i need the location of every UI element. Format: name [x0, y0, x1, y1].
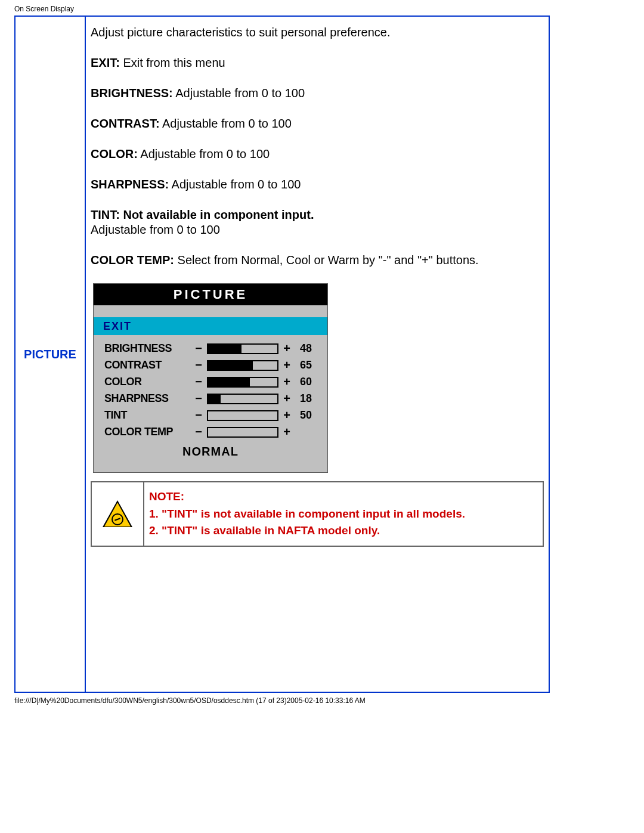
osd-row-colortemp[interactable]: COLOR TEMP − + — [104, 425, 317, 439]
minus-icon[interactable]: − — [194, 341, 203, 356]
osd-slider[interactable] — [207, 410, 278, 421]
note-title: NOTE: — [149, 488, 538, 506]
item-label: COLOR TEMP: — [91, 253, 174, 267]
item-desc: Adjustable from 0 to 100 — [91, 223, 220, 236]
osd-row-sharpness[interactable]: SHARPNESS − + 18 — [104, 391, 317, 406]
item-brightness: BRIGHTNESS: Adjustable from 0 to 100 — [91, 86, 544, 101]
osd-slider[interactable] — [207, 377, 278, 388]
item-label: SHARPNESS: — [91, 178, 169, 191]
osd-value: 65 — [294, 358, 312, 372]
note-line2: 2. "TINT" is available in NAFTA model on… — [149, 522, 538, 540]
item-color: COLOR: Adjustable from 0 to 100 — [91, 147, 544, 162]
note-icon-cell — [91, 482, 144, 546]
item-label: COLOR: — [91, 147, 138, 160]
osd-slider[interactable] — [207, 343, 278, 354]
osd-label: CONTRAST — [104, 358, 194, 372]
minus-icon[interactable]: − — [194, 425, 203, 439]
plus-icon[interactable]: + — [282, 391, 292, 406]
minus-icon[interactable]: − — [194, 358, 203, 373]
plus-icon[interactable]: + — [282, 358, 292, 373]
item-sharpness: SHARPNESS: Adjustable from 0 to 100 — [91, 177, 544, 192]
osd-label: SHARPNESS — [104, 392, 194, 405]
osd-footer-value: NORMAL — [104, 444, 317, 459]
warning-icon — [103, 500, 132, 527]
osd-value: 18 — [294, 392, 312, 405]
item-label: BRIGHTNESS: — [91, 86, 173, 100]
minus-icon[interactable]: − — [194, 391, 203, 406]
osd-value: 60 — [294, 375, 312, 389]
intro-text: Adjust picture characteristics to suit p… — [91, 25, 544, 40]
item-desc: Adjustable from 0 to 100 — [138, 147, 270, 160]
osd-slider-fill — [208, 361, 253, 370]
plus-icon[interactable]: + — [282, 425, 292, 439]
item-exit: EXIT: Exit from this menu — [91, 55, 544, 70]
note-line1: 1. "TINT" is not available in component … — [149, 506, 538, 523]
item-label: EXIT: — [91, 56, 120, 69]
osd-title: PICTURE — [94, 284, 327, 305]
osd-value: 50 — [294, 408, 312, 422]
osd-label: BRIGHTNESS — [104, 342, 194, 355]
content-cell: Adjust picture characteristics to suit p… — [85, 16, 549, 692]
osd-row-color[interactable]: COLOR − + 60 — [104, 374, 317, 389]
description-block: Adjust picture characteristics to suit p… — [91, 25, 544, 268]
item-colortemp: COLOR TEMP: Select from Normal, Cool or … — [91, 253, 544, 268]
osd-slider[interactable] — [207, 394, 278, 404]
bottom-spacer — [91, 547, 544, 594]
minus-icon[interactable]: − — [194, 374, 203, 389]
osd-value: 48 — [294, 342, 312, 355]
plus-icon[interactable]: + — [282, 341, 292, 356]
note-text-cell: NOTE: 1. "TINT" is not available in comp… — [144, 482, 543, 546]
osd-panel: PICTURE EXIT BRIGHTNESS − + 48 CONTRAST … — [93, 283, 328, 473]
item-desc: Adjustable from 0 to 100 — [169, 178, 301, 191]
osd-slider[interactable] — [207, 360, 278, 371]
content-table: PICTURE Adjust picture characteristics t… — [14, 16, 550, 693]
section-label: PICTURE — [24, 348, 76, 361]
osd-slider-fill — [208, 395, 221, 403]
item-desc: Adjustable from 0 to 100 — [160, 117, 292, 130]
section-label-cell: PICTURE — [15, 16, 85, 692]
plus-icon[interactable]: + — [282, 374, 292, 389]
osd-body: BRIGHTNESS − + 48 CONTRAST − + 65 — [94, 335, 327, 472]
osd-label: COLOR TEMP — [104, 425, 194, 439]
page-header: On Screen Display — [0, 0, 644, 16]
osd-row-contrast[interactable]: CONTRAST − + 65 — [104, 358, 317, 373]
osd-row-brightness[interactable]: BRIGHTNESS − + 48 — [104, 341, 317, 356]
osd-row-tint[interactable]: TINT − + 50 — [104, 408, 317, 423]
osd-spacer — [94, 305, 327, 317]
item-desc: Adjustable from 0 to 100 — [173, 86, 305, 100]
minus-icon[interactable]: − — [194, 408, 203, 423]
item-label: TINT: Not available in component input. — [91, 208, 314, 221]
osd-label: COLOR — [104, 375, 194, 389]
item-contrast: CONTRAST: Adjustable from 0 to 100 — [91, 116, 544, 131]
item-label: CONTRAST: — [91, 117, 160, 130]
page-footer: file:///D|/My%20Documents/dfu/300WN5/eng… — [0, 693, 644, 708]
osd-label: TINT — [104, 408, 194, 422]
item-desc: Exit from this menu — [120, 56, 225, 69]
item-tint: TINT: Not available in component input.A… — [91, 208, 544, 237]
osd-slider[interactable] — [207, 427, 278, 438]
item-desc: Select from Normal, Cool or Warm by "-" … — [174, 253, 479, 267]
osd-slider-fill — [208, 345, 242, 353]
osd-slider-fill — [208, 378, 250, 386]
plus-icon[interactable]: + — [282, 408, 292, 423]
note-table: NOTE: 1. "TINT" is not available in comp… — [91, 481, 544, 547]
osd-exit-row[interactable]: EXIT — [94, 317, 327, 336]
